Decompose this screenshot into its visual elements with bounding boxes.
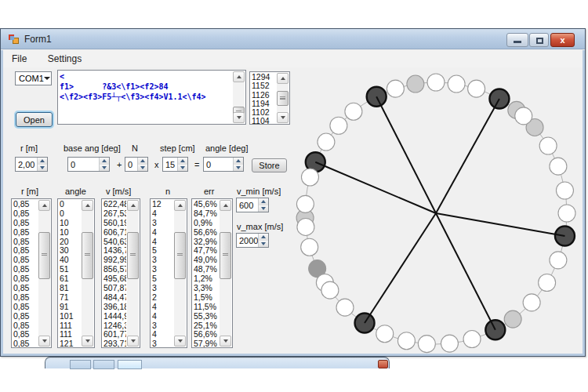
angle-listbox[interactable]: 0010102030405161817191101111111121 xyxy=(57,198,95,348)
list-item[interactable]: 0,85 xyxy=(13,228,38,238)
col-angle-header: angle xyxy=(65,187,86,196)
n-input[interactable]: 0 xyxy=(125,158,137,171)
scrollbar-thumb[interactable] xyxy=(174,232,186,279)
step-spinner[interactable] xyxy=(177,158,187,171)
v-min-updown[interactable]: 600 xyxy=(236,198,269,212)
scroll-up-button[interactable] xyxy=(82,200,93,211)
list-item[interactable]: 560,19 xyxy=(103,219,126,228)
angle-updown[interactable]: 0 xyxy=(203,157,244,172)
n-updown[interactable]: 0 xyxy=(125,157,148,172)
v-list-scrollbar[interactable] xyxy=(127,200,139,347)
list-item[interactable]: 0,85 xyxy=(13,339,38,347)
list-item[interactable]: 55,3% xyxy=(194,312,219,321)
v-min-spinner[interactable] xyxy=(258,198,268,212)
scrollbar-thumb[interactable] xyxy=(220,232,231,279)
base-ang-updown[interactable]: 0 xyxy=(67,157,110,172)
list-item[interactable]: 0,85 xyxy=(13,209,38,219)
angle-list-scrollbar[interactable] xyxy=(82,200,93,347)
angle-spinner[interactable] xyxy=(233,158,243,171)
scrollbar-thumb[interactable] xyxy=(38,232,50,279)
menu-file[interactable]: File xyxy=(3,50,35,64)
list-item[interactable]: 11,5% xyxy=(194,303,219,312)
list-item[interactable]: 293,71 xyxy=(103,339,126,347)
step-updown[interactable]: 15 xyxy=(162,157,188,172)
list-item[interactable]: 0,9% xyxy=(194,219,219,228)
scroll-up-button[interactable] xyxy=(233,71,245,82)
list-item[interactable]: 267,53 xyxy=(103,209,126,219)
list-item[interactable]: 606,71 xyxy=(103,228,126,238)
scroll-down-button[interactable] xyxy=(220,336,231,347)
list-item[interactable]: 71 xyxy=(60,293,81,303)
list-item[interactable]: 56,6% xyxy=(194,228,219,238)
scroll-down-button[interactable] xyxy=(82,336,93,347)
n-spinner[interactable] xyxy=(137,158,147,171)
list-item[interactable]: 10 xyxy=(60,228,81,238)
v-max-input[interactable]: 2000 xyxy=(237,234,258,247)
menu-settings[interactable]: Settings xyxy=(39,50,90,64)
list-item[interactable]: 1104 xyxy=(252,117,276,124)
list-item[interactable]: 3 xyxy=(152,339,173,347)
list-item[interactable]: 4 xyxy=(152,228,173,238)
list-item[interactable]: 1,5% xyxy=(194,293,219,303)
scroll-down-button[interactable] xyxy=(233,112,245,123)
list-item[interactable]: f1> ?&3<\f1><f2>84 xyxy=(60,82,232,92)
list-item[interactable]: 0 xyxy=(60,209,81,219)
v-max-spinner[interactable] xyxy=(258,234,268,247)
list-item[interactable]: 0,85 xyxy=(13,293,38,303)
r-list-scrollbar[interactable] xyxy=(38,200,50,347)
list-item[interactable]: 1152 xyxy=(252,82,276,90)
list-item[interactable]: < xyxy=(60,71,232,82)
base-ang-input[interactable]: 0 xyxy=(68,158,99,171)
list-item[interactable]: 10 xyxy=(60,219,81,228)
v-listbox[interactable]: 622,48267,53560,19606,71540,631436,7992,… xyxy=(101,198,140,348)
r-input[interactable]: 2,00 xyxy=(16,158,37,171)
err-list-scrollbar[interactable] xyxy=(220,200,231,347)
terminal-scrollbar[interactable] xyxy=(233,71,245,123)
list-item[interactable]: 484,47 xyxy=(103,293,126,303)
list-item[interactable]: 57,9% xyxy=(194,339,219,347)
scroll-down-button[interactable] xyxy=(127,336,139,347)
minimize-button[interactable] xyxy=(506,33,528,47)
list-item[interactable]: 2 xyxy=(152,293,173,303)
scroll-down-button[interactable] xyxy=(38,336,50,347)
list-item[interactable]: 4 xyxy=(152,312,173,321)
list-item[interactable]: 3 xyxy=(152,219,173,228)
list-item[interactable]: 0,85 xyxy=(13,219,38,228)
scroll-up-button[interactable] xyxy=(38,200,50,211)
r-updown[interactable]: 2,00 xyxy=(15,157,48,172)
maximize-button[interactable] xyxy=(529,33,549,47)
list-item[interactable]: 0,85 xyxy=(13,303,38,312)
scroll-up-button[interactable] xyxy=(220,200,231,211)
n-list-scrollbar[interactable] xyxy=(174,200,186,347)
scroll-down-button[interactable] xyxy=(174,336,186,347)
list-item[interactable]: 91 xyxy=(60,303,81,312)
list-item[interactable]: <\f2><f3>F5┴┬<\f3><f4>V1.1<\f4> xyxy=(60,92,232,102)
r-listbox[interactable]: 0,850,850,850,850,850,850,850,850,850,85… xyxy=(11,198,52,348)
scroll-up-button[interactable] xyxy=(174,200,186,211)
close-button[interactable]: x xyxy=(550,33,575,47)
list-item[interactable]: 1444,9 xyxy=(103,312,126,321)
list-item[interactable]: 84,7% xyxy=(194,209,219,219)
v-min-input[interactable]: 600 xyxy=(237,198,258,212)
v-max-updown[interactable]: 2000 xyxy=(236,233,269,248)
ring-dot xyxy=(427,74,445,91)
n-listbox[interactable]: 12434453353244343 xyxy=(150,198,187,348)
scrollbar-thumb[interactable] xyxy=(82,232,93,279)
open-button[interactable]: Open xyxy=(16,112,53,127)
base-ang-spinner[interactable] xyxy=(99,158,109,171)
serial-terminal[interactable]: <f1> ?&3<\f1><f2>84<\f2><f3>F5┴┬<\f3><f4… xyxy=(57,70,246,125)
com-port-select[interactable]: COM1 xyxy=(15,71,52,85)
r-spinner[interactable] xyxy=(37,158,47,171)
list-item[interactable]: 4 xyxy=(152,303,173,312)
scrollbar-thumb[interactable] xyxy=(127,232,139,279)
err-listbox[interactable]: 45,6%84,7%0,9%56,6%32,9%47,7%49,0%48,7%1… xyxy=(191,198,233,348)
angle-input[interactable]: 0 xyxy=(204,158,233,171)
list-item[interactable]: 121 xyxy=(60,339,81,347)
title-bar[interactable]: Form1 x xyxy=(1,29,585,49)
list-item[interactable]: 0,85 xyxy=(13,312,38,321)
list-item[interactable]: 396,18 xyxy=(103,303,126,312)
step-input[interactable]: 15 xyxy=(163,158,177,171)
scroll-up-button[interactable] xyxy=(127,200,139,211)
list-item[interactable]: 101 xyxy=(60,312,81,321)
list-item[interactable]: 4 xyxy=(152,209,173,219)
